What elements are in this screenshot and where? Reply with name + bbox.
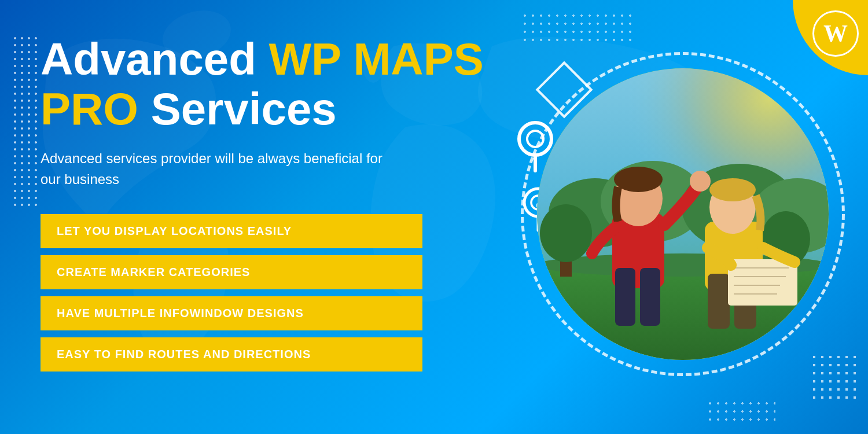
- main-content: Advanced WP MAPS PRO Services Advanced s…: [41, 35, 492, 372]
- svg-rect-38: [728, 259, 797, 306]
- headline-part1: Advanced: [41, 34, 269, 84]
- feature-btn-2[interactable]: CREATE MARKER CATEGORIES: [41, 255, 422, 289]
- dot-grid-decoration-left: [12, 35, 41, 208]
- headline-part4: Services: [138, 83, 337, 134]
- svg-rect-28: [615, 268, 635, 326]
- subtitle: Advanced services provider will be alway…: [41, 148, 399, 190]
- feature-btn-4[interactable]: EASY TO FIND ROUTES AND DIRECTIONS: [41, 337, 422, 372]
- svg-point-37: [709, 178, 756, 201]
- feature-btn-1[interactable]: LET YOU DISPLAY LOCATIONS EASILY: [41, 214, 422, 248]
- svg-point-32: [690, 171, 711, 192]
- wordpress-w-letter: W: [823, 20, 848, 47]
- dot-grid-decoration-top: [521, 12, 637, 46]
- dot-grid-decoration-bottom-right: [706, 399, 775, 422]
- people-scene-svg: [537, 68, 829, 360]
- photo-container: [521, 52, 845, 376]
- photo-clip: [537, 68, 829, 360]
- svg-rect-34: [708, 274, 730, 329]
- headline-part3: PRO: [41, 83, 138, 134]
- feature-btn-3[interactable]: HAVE MULTIPLE INFOWINDOW DESIGNS: [41, 296, 422, 330]
- banner: W Advanced WP MAPS PRO Servic: [0, 0, 868, 434]
- svg-point-24: [540, 204, 592, 262]
- headline-part2: WP MAPS: [269, 34, 483, 84]
- features-list: LET YOU DISPLAY LOCATIONS EASILY CREATE …: [41, 214, 492, 372]
- svg-rect-29: [640, 268, 660, 326]
- headline: Advanced WP MAPS PRO Services: [41, 35, 492, 134]
- wordpress-logo-circle: W: [812, 10, 859, 57]
